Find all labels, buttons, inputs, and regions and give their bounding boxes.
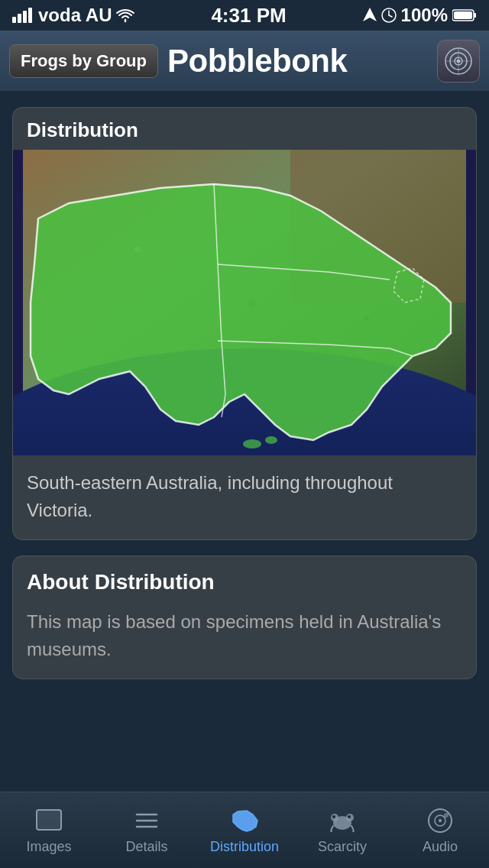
- clock-icon: [381, 8, 397, 23]
- image-icon: [34, 805, 64, 836]
- header: Frogs by Group Pobblebonk: [0, 31, 489, 92]
- battery-icon: [452, 8, 477, 22]
- page-title: Pobblebonk: [167, 43, 428, 79]
- about-card-title: About Distribution: [27, 570, 215, 594]
- tab-details-label: Details: [125, 839, 167, 855]
- frog-icon: [327, 805, 358, 836]
- svg-rect-0: [12, 17, 16, 23]
- tab-audio-label: Audio: [423, 839, 458, 855]
- status-time: 4:31 PM: [211, 4, 286, 28]
- svg-line-6: [389, 15, 392, 17]
- back-button[interactable]: Frogs by Group: [9, 44, 158, 78]
- about-card-text: This map is based on specimens held in A…: [13, 601, 476, 679]
- distribution-card-header: Distribution: [13, 108, 476, 150]
- svg-point-33: [348, 815, 351, 818]
- svg-rect-9: [454, 11, 472, 19]
- distribution-card: Distribution: [12, 107, 477, 540]
- svg-rect-3: [28, 8, 32, 23]
- svg-rect-25: [37, 810, 61, 830]
- svg-point-20: [265, 436, 277, 444]
- svg-rect-2: [23, 11, 27, 23]
- battery-label: 100%: [401, 5, 448, 26]
- svg-rect-1: [18, 14, 21, 23]
- tab-audio[interactable]: Audio: [391, 792, 489, 868]
- signal-icon: [12, 8, 34, 23]
- radar-icon: [444, 47, 473, 76]
- tab-images[interactable]: Images: [0, 792, 98, 868]
- tab-distribution-label: Distribution: [210, 839, 279, 855]
- tab-scarcity-label: Scarcity: [318, 839, 367, 855]
- about-card-header: About Distribution: [13, 556, 476, 601]
- tab-scarcity[interactable]: Scarcity: [293, 792, 391, 868]
- music-icon: [425, 805, 455, 836]
- status-left: voda AU: [12, 5, 134, 26]
- distribution-map: [13, 150, 476, 455]
- svg-point-32: [332, 815, 335, 818]
- tab-bar: Images Details Distribution: [0, 792, 489, 868]
- list-icon: [131, 805, 162, 836]
- svg-point-15: [457, 59, 461, 63]
- carrier-label: voda AU: [38, 5, 112, 26]
- svg-rect-8: [474, 13, 476, 18]
- radar-button[interactable]: [437, 40, 480, 83]
- tab-distribution[interactable]: Distribution: [196, 792, 293, 868]
- about-card: About Distribution This map is based on …: [12, 555, 477, 679]
- distribution-card-title: Distribution: [27, 118, 138, 141]
- wifi-icon: [116, 8, 134, 23]
- status-right: 100%: [363, 5, 477, 26]
- status-bar: voda AU 4:31 PM 100%: [0, 0, 489, 31]
- main-content: Distribution: [0, 92, 489, 794]
- svg-point-21: [364, 316, 369, 320]
- svg-point-36: [439, 819, 442, 822]
- tab-images-label: Images: [26, 839, 71, 855]
- location-icon: [363, 8, 377, 23]
- tab-details[interactable]: Details: [98, 792, 196, 868]
- map-description: South-eastern Australia, including throu…: [13, 455, 476, 539]
- victoria-map-svg: [13, 150, 476, 455]
- svg-point-19: [243, 439, 261, 449]
- map-icon: [229, 805, 260, 836]
- svg-point-22: [134, 246, 141, 252]
- svg-point-23: [248, 299, 256, 306]
